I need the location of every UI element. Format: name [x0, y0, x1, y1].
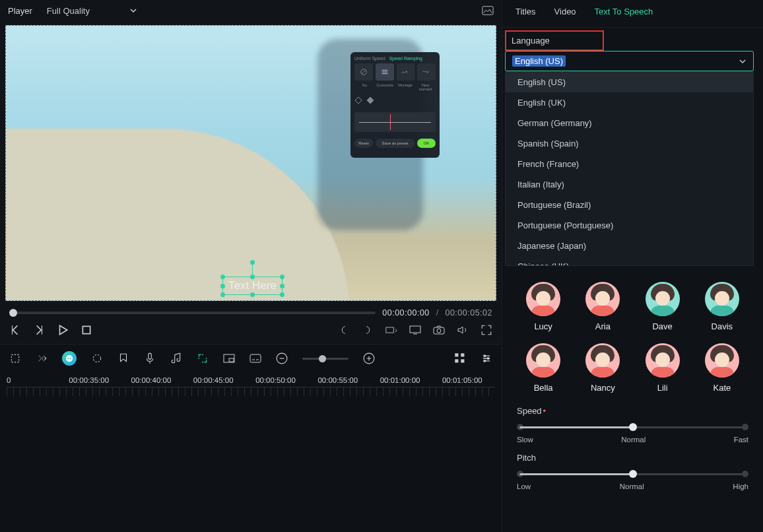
time-label: 00:01:05:00	[442, 376, 495, 384]
subtitle-tool-icon[interactable]	[249, 352, 261, 364]
resize-handle[interactable]	[220, 284, 225, 288]
marker-tool-icon[interactable]	[117, 352, 129, 364]
language-option[interactable]: Chinese (HK)	[506, 256, 753, 266]
overlay-ok-button[interactable]: OK	[417, 139, 436, 148]
language-option[interactable]: English (US)	[506, 72, 753, 92]
pip-tool-icon[interactable]	[223, 352, 235, 364]
voice-lili[interactable]: Lili	[636, 343, 689, 393]
zoom-knob[interactable]	[319, 355, 326, 362]
overlay-tab-ramping[interactable]: Speed Ramping	[389, 56, 422, 61]
settings-tool-icon[interactable]	[481, 352, 492, 364]
language-option[interactable]: Italian (Italy)	[506, 174, 753, 195]
speed-knob[interactable]	[629, 423, 637, 431]
mark-in-icon[interactable]	[338, 324, 350, 336]
voice-lucy[interactable]: Lucy	[517, 282, 570, 331]
more-tool-icon[interactable]	[36, 352, 48, 364]
timeline-ruler[interactable]	[7, 387, 495, 396]
title-text[interactable]: Text Here	[228, 279, 277, 292]
language-option[interactable]: Japanese (Japan)	[506, 236, 753, 256]
svg-rect-0	[482, 7, 493, 15]
volume-button[interactable]	[457, 324, 469, 336]
title-text-object[interactable]: Text Here	[222, 277, 282, 295]
avatar-icon	[705, 282, 739, 316]
preset-label: No	[354, 83, 375, 91]
svg-rect-12	[149, 353, 152, 359]
speed-ramping-overlay[interactable]: Uniform Speed Speed Ramping No Customize…	[350, 52, 440, 158]
voice-kate[interactable]: Kate	[696, 343, 748, 393]
language-option[interactable]: Spanish (Spain)	[506, 133, 753, 154]
voice-name: Aria	[595, 321, 611, 331]
fullscreen-button[interactable]	[481, 324, 492, 336]
keyframe-del-icon[interactable]	[366, 96, 374, 104]
language-select[interactable]: English (US)	[505, 51, 754, 71]
svg-rect-20	[461, 353, 464, 356]
resize-handle[interactable]	[280, 275, 284, 279]
resize-handle[interactable]	[220, 275, 225, 279]
auto-reframe-icon[interactable]	[197, 352, 209, 364]
preset-montage[interactable]	[397, 63, 415, 81]
language-option[interactable]: English (UK)	[506, 92, 753, 113]
tab-text-to-speech[interactable]: Text To Speech	[595, 7, 653, 20]
scrub-bar[interactable]	[9, 312, 376, 314]
language-option[interactable]: German (Germany)	[506, 113, 753, 133]
ai-assistant-icon[interactable]	[62, 351, 77, 366]
snapshot-toggle-icon[interactable]	[482, 5, 494, 17]
voice-nancy[interactable]: Nancy	[576, 343, 629, 393]
language-dropdown[interactable]: English (US) English (UK) German (German…	[505, 71, 754, 266]
overlay-save-preset-button[interactable]: Save as preset	[376, 139, 415, 148]
edit-tool-icon[interactable]	[9, 352, 21, 364]
prev-frame-button[interactable]	[9, 324, 21, 336]
pitch-slider[interactable]	[517, 469, 748, 479]
speed-mark-fast: Fast	[734, 436, 748, 444]
preset-customize[interactable]	[376, 63, 394, 81]
display-button[interactable]	[409, 324, 421, 336]
zoom-in-button[interactable]	[363, 352, 375, 364]
avatar-icon	[526, 343, 560, 378]
resize-handle[interactable]	[280, 284, 284, 288]
svg-point-9	[67, 358, 69, 359]
language-option[interactable]: Portuguese (Brazil)	[506, 195, 753, 215]
mic-tool-icon[interactable]	[144, 352, 156, 364]
voice-davis[interactable]: Davis	[696, 282, 748, 331]
preset-hero[interactable]	[417, 63, 436, 81]
tab-titles[interactable]: Titles	[515, 7, 536, 20]
ramping-graph[interactable]	[354, 112, 436, 132]
overlay-reset-button[interactable]: Reset	[354, 139, 373, 148]
svg-rect-4	[410, 326, 420, 333]
language-option[interactable]: Portuguese (Portuguese)	[506, 215, 753, 236]
preview-canvas[interactable]: Uniform Speed Speed Ramping No Customize…	[5, 25, 496, 301]
scrub-handle[interactable]	[9, 309, 17, 317]
voice-aria[interactable]: Aria	[576, 282, 629, 331]
resize-handle[interactable]	[220, 292, 225, 297]
quality-select[interactable]: Full Quality	[47, 6, 137, 16]
voice-name: Lucy	[534, 321, 552, 331]
timeline[interactable]: 0 00:00:35:00 00:00:40:00 00:00:45:00 00…	[0, 372, 502, 532]
svg-rect-19	[455, 359, 458, 362]
preset-none[interactable]	[354, 63, 373, 81]
grid-view-icon[interactable]	[454, 352, 466, 364]
pitch-knob[interactable]	[629, 470, 637, 478]
keyframe-tool-icon[interactable]	[91, 352, 103, 364]
time-label: 00:00:50:00	[255, 376, 308, 384]
next-frame-button[interactable]	[33, 324, 45, 336]
camera-snapshot-button[interactable]	[433, 324, 445, 336]
resize-handle[interactable]	[280, 292, 284, 297]
zoom-out-button[interactable]	[276, 352, 288, 364]
music-tool-icon[interactable]	[170, 352, 182, 364]
keyframe-add-icon[interactable]	[354, 96, 362, 104]
speed-slider[interactable]	[517, 422, 748, 432]
resize-handle[interactable]	[250, 275, 255, 279]
timecode-sep: /	[436, 308, 439, 317]
tab-video[interactable]: Video	[554, 7, 576, 20]
time-label: 00:00:35:00	[69, 376, 121, 384]
voice-dave[interactable]: Dave	[636, 282, 689, 331]
voice-bella[interactable]: Bella	[517, 343, 570, 393]
play-button[interactable]	[57, 324, 69, 336]
mark-out-icon[interactable]	[362, 324, 374, 336]
stop-button[interactable]	[81, 324, 92, 336]
zoom-slider[interactable]	[302, 358, 348, 360]
ratio-select[interactable]	[385, 324, 397, 336]
overlay-tab-uniform[interactable]: Uniform Speed	[354, 56, 385, 61]
language-option[interactable]: French (France)	[506, 154, 753, 174]
avatar-icon	[646, 343, 680, 378]
